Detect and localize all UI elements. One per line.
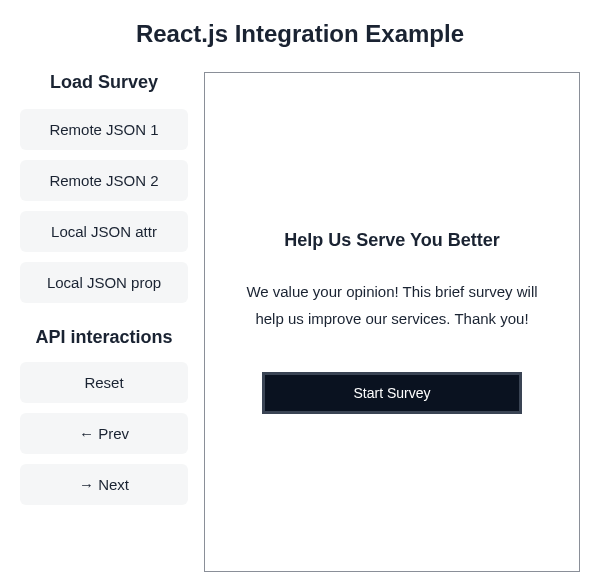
survey-preview-panel: Help Us Serve You Better We value your o… xyxy=(204,72,580,572)
load-survey-heading: Load Survey xyxy=(20,72,188,93)
local-json-prop-button[interactable]: Local JSON prop xyxy=(20,262,188,303)
reset-button[interactable]: Reset xyxy=(20,362,188,403)
survey-title: Help Us Serve You Better xyxy=(284,230,499,251)
page-title: React.js Integration Example xyxy=(0,0,600,72)
api-interactions-heading: API interactions xyxy=(20,327,188,348)
local-json-attr-button[interactable]: Local JSON attr xyxy=(20,211,188,252)
api-interactions-buttons: Reset ← Prev → Next xyxy=(20,362,188,505)
survey-description: We value your opinion! This brief survey… xyxy=(229,279,555,332)
start-survey-button[interactable]: Start Survey xyxy=(262,372,522,414)
remote-json-1-button[interactable]: Remote JSON 1 xyxy=(20,109,188,150)
remote-json-2-button[interactable]: Remote JSON 2 xyxy=(20,160,188,201)
load-survey-buttons: Remote JSON 1 Remote JSON 2 Local JSON a… xyxy=(20,109,188,303)
next-button[interactable]: → Next xyxy=(20,464,188,505)
prev-button[interactable]: ← Prev xyxy=(20,413,188,454)
content-row: Load Survey Remote JSON 1 Remote JSON 2 … xyxy=(0,72,600,572)
sidebar: Load Survey Remote JSON 1 Remote JSON 2 … xyxy=(20,72,188,572)
